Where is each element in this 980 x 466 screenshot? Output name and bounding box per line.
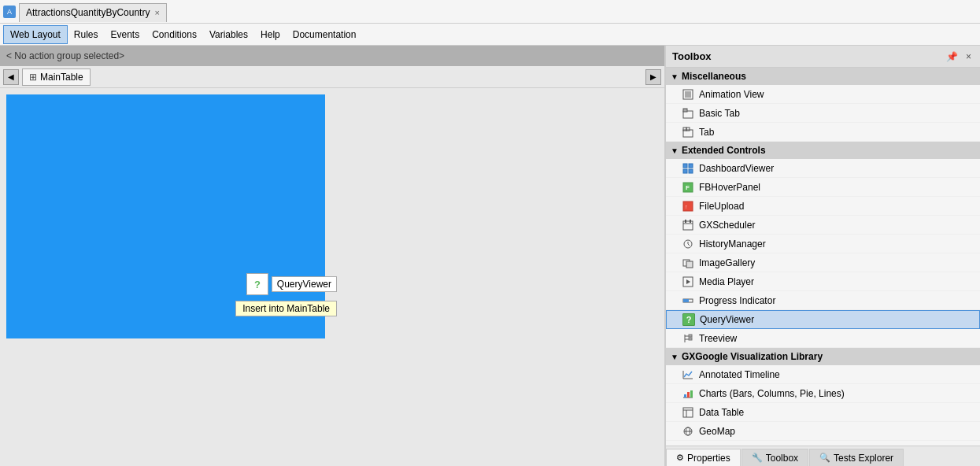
item-animation-view[interactable]: Animation View (666, 85, 980, 104)
properties-tab-label: Properties (687, 453, 730, 464)
nav-next-btn[interactable]: ▶ (645, 69, 661, 85)
left-panel: < No action group selected> ◀ ⊞ MainTabl… (0, 46, 665, 466)
main-layout: < No action group selected> ◀ ⊞ MainTabl… (0, 46, 980, 466)
tests-explorer-tab-icon: 🔍 (819, 453, 830, 463)
section-misc-label: Miscellaneous (682, 71, 746, 82)
menu-documentation[interactable]: Documentation (287, 26, 363, 43)
section-ext-expand-icon: ▼ (671, 146, 679, 155)
file-upload-label: FileUpload (699, 201, 744, 212)
image-gallery-label: ImageGallery (699, 257, 755, 268)
history-manager-icon (682, 238, 694, 250)
fbhover-panel-icon: F (682, 181, 694, 194)
menu-events[interactable]: Events (105, 26, 146, 43)
canvas-container: ? QueryViewer Insert into MainTable (6, 94, 325, 338)
media-player-icon (682, 276, 694, 288)
menu-conditions[interactable]: Conditions (146, 26, 203, 43)
item-geomap[interactable]: GeoMap (666, 422, 980, 441)
image-gallery-icon (682, 257, 694, 269)
menu-rules[interactable]: Rules (68, 26, 105, 43)
menu-help[interactable]: Help (254, 26, 287, 43)
item-dashboard-viewer[interactable]: DashboardViewer (666, 159, 980, 178)
svg-text:F: F (686, 184, 690, 191)
charts-label: Charts (Bars, Columns, Pie, Lines) (699, 388, 845, 399)
section-miscellaneous[interactable]: ▼ Miscellaneous (666, 68, 980, 85)
toolbox-body: ▼ Miscellaneous Animation View Basic Tab (666, 68, 980, 446)
item-charts[interactable]: Charts (Bars, Columns, Pie, Lines) (666, 384, 980, 403)
drag-tooltip: Insert into MainTable (235, 301, 337, 316)
media-player-label: Media Player (699, 276, 754, 287)
svg-rect-37 (683, 408, 693, 417)
svg-rect-36 (690, 390, 693, 398)
item-progress-indicator[interactable]: Progress Indicator (666, 291, 980, 310)
svg-rect-1 (685, 91, 691, 98)
item-query-viewer[interactable]: ? QueryViewer (666, 310, 980, 329)
toolbox-close-btn[interactable]: × (963, 50, 974, 63)
section-gxgoogle-expand-icon: ▼ (671, 353, 679, 361)
charts-icon (682, 387, 694, 400)
item-image-gallery[interactable]: ImageGallery (666, 253, 980, 272)
svg-rect-17 (685, 220, 686, 223)
tab-label: Tab (699, 127, 714, 138)
svg-rect-9 (683, 169, 687, 173)
history-manager-label: HistoryManager (699, 239, 766, 250)
annotated-timeline-label: Annotated Timeline (699, 369, 780, 380)
item-file-upload[interactable]: ↑ FileUpload (666, 197, 980, 216)
item-basic-tab[interactable]: Basic Tab (666, 104, 980, 123)
main-table-tab[interactable]: ⊞ MainTable (22, 68, 91, 86)
toolbox-panel: Toolbox 📌 × ▼ Miscellaneous Animation Vi… (665, 46, 980, 466)
main-table-label: MainTable (40, 72, 83, 83)
section-misc-expand-icon: ▼ (671, 72, 679, 81)
menu-bar: Web Layout Rules Events Conditions Varia… (0, 24, 980, 46)
document-tab-close[interactable]: × (154, 8, 159, 17)
svg-rect-18 (690, 220, 691, 223)
menu-variables[interactable]: Variables (203, 26, 254, 43)
gx-scheduler-label: GXScheduler (699, 220, 755, 231)
basic-tab-label: Basic Tab (699, 108, 740, 119)
item-gx-scheduler[interactable]: GXScheduler (666, 216, 980, 235)
dashboard-viewer-label: DashboardViewer (699, 163, 774, 174)
tab-icon (682, 126, 694, 139)
svg-rect-3 (683, 109, 687, 112)
title-bar: A AttractionsQuantityByCountry × (0, 0, 980, 24)
geomap-label: GeoMap (699, 426, 735, 437)
dashboard-viewer-icon (682, 162, 694, 175)
item-media-player[interactable]: Media Player (666, 272, 980, 291)
action-bar-text: < No action group selected> (6, 50, 124, 61)
document-tab[interactable]: AttractionsQuantityByCountry × (19, 3, 167, 22)
item-treeview[interactable]: Treeview (666, 329, 980, 348)
item-tab[interactable]: Tab (666, 123, 980, 142)
gx-scheduler-icon (682, 219, 694, 231)
item-annotated-timeline[interactable]: Annotated Timeline (666, 365, 980, 384)
table-icon: ⊞ (29, 72, 37, 83)
svg-rect-30 (689, 338, 692, 340)
drag-item: ? QueryViewer (246, 273, 337, 295)
item-fbhover-panel[interactable]: F FBHoverPanel (666, 178, 980, 197)
data-table-label: Data Table (699, 407, 744, 418)
tests-explorer-tab-label: Tests Explorer (834, 453, 893, 464)
nav-prev-btn[interactable]: ◀ (3, 69, 19, 85)
svg-rect-29 (689, 335, 692, 337)
tab-toolbox[interactable]: 🔧 Toolbox (741, 449, 808, 466)
query-viewer-icon: ? (682, 313, 695, 326)
animation-view-label: Animation View (699, 89, 764, 100)
item-history-manager[interactable]: HistoryManager (666, 235, 980, 253)
document-tab-label: AttractionsQuantityByCountry (26, 7, 150, 18)
nav-bar: ◀ ⊞ MainTable ▶ (0, 66, 664, 88)
svg-rect-34 (684, 394, 686, 398)
section-gxgoogle[interactable]: ▼ GXGoogle Visualization Library (666, 348, 980, 365)
svg-rect-10 (689, 169, 693, 173)
drag-item-label: QueryViewer (272, 276, 337, 292)
properties-tab-icon: ⚙ (676, 453, 684, 463)
svg-rect-35 (687, 392, 690, 398)
progress-indicator-label: Progress Indicator (699, 295, 775, 306)
svg-rect-15 (683, 221, 693, 230)
canvas-area: ? QueryViewer Insert into MainTable (0, 88, 664, 466)
tab-tests-explorer[interactable]: 🔍 Tests Explorer (809, 449, 904, 466)
menu-web-layout[interactable]: Web Layout (3, 25, 68, 44)
item-data-table[interactable]: Data Table (666, 403, 980, 422)
section-extended-controls[interactable]: ▼ Extended Controls (666, 142, 980, 159)
tab-properties[interactable]: ⚙ Properties (666, 449, 741, 466)
toolbox-title: Toolbox (672, 50, 712, 62)
toolbox-pin-btn[interactable]: 📌 (944, 50, 960, 63)
progress-indicator-icon (682, 294, 694, 307)
